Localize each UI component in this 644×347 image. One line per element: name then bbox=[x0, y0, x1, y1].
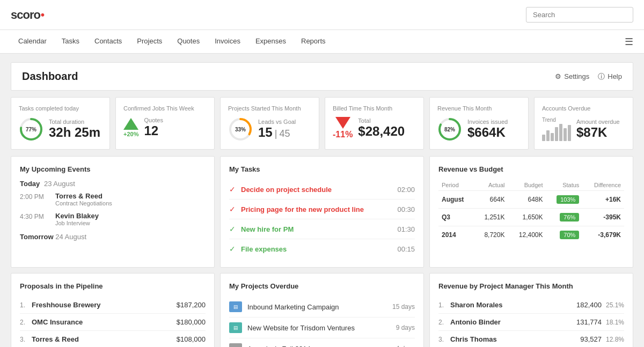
rvb-row-0: August 664K 648K 103% +16K bbox=[438, 191, 624, 209]
top-bar: scoro⦁ bbox=[0, 0, 644, 30]
nav-contacts[interactable]: Contacts bbox=[87, 30, 129, 54]
rvb-table: Period Actual Budget Status Difference A… bbox=[438, 180, 624, 243]
projects-progress-circle: 33% bbox=[228, 117, 253, 142]
page-title: Dashboard bbox=[22, 70, 78, 83]
bar-2 bbox=[546, 130, 550, 141]
rpm-item-1: 2. Antonio Binder 131,774 18.1% bbox=[438, 314, 624, 331]
bar-6 bbox=[564, 128, 567, 141]
nav-invoices[interactable]: Invoices bbox=[207, 30, 248, 54]
bar-1 bbox=[542, 135, 545, 141]
pipeline-item-1: 2. OMC Insurance $180,000 bbox=[20, 314, 206, 331]
rpm-item-0: 1. Sharon Morales 182,400 25.1% bbox=[438, 297, 624, 314]
rpm-item-2: 3. Chris Thomas 93,527 12.8% bbox=[438, 331, 624, 347]
nav-tasks[interactable]: Tasks bbox=[54, 30, 87, 54]
stat-cards-row: Tasks completed today 77% Total duration… bbox=[11, 97, 633, 150]
status-badge-2: 70% bbox=[560, 231, 579, 239]
revenue-vs-budget-panel: Revenue vs Budget Period Actual Budget S… bbox=[429, 156, 633, 268]
pipeline-item-2: 3. Torres & Reed $108,000 bbox=[20, 331, 206, 347]
revenue-progress-circle: 82% bbox=[437, 117, 462, 142]
projects-overdue-panel: My Projects Overdue ▤ Inbound Marketing … bbox=[220, 273, 424, 347]
settings-button[interactable]: ⚙ Settings bbox=[555, 72, 589, 80]
bar-4 bbox=[555, 127, 558, 141]
pipeline-item-0: 1. Freshhouse Brewery $187,200 bbox=[20, 297, 206, 314]
gear-icon: ⚙ bbox=[555, 72, 561, 80]
help-button[interactable]: ⓘ Help bbox=[598, 72, 622, 82]
nav-calendar[interactable]: Calendar bbox=[11, 30, 54, 54]
arrow-down-icon bbox=[335, 117, 350, 129]
nav-reports[interactable]: Reports bbox=[294, 30, 333, 54]
overdue-item-2: ▤ Appraisals Fall 2014 4 days bbox=[229, 338, 415, 347]
task-item-3: ✓ File expenses 00:15 bbox=[229, 239, 415, 259]
check-icon-overdue: ✓ bbox=[229, 185, 236, 194]
main-grid: My Upcoming Events Today 23 August 2:00 … bbox=[11, 156, 633, 347]
overdue-icon-0: ▤ bbox=[229, 301, 242, 312]
hamburger-menu[interactable]: ☰ bbox=[625, 36, 633, 48]
task-item-2: ✓ New hire for PM 01:30 bbox=[229, 219, 415, 239]
tomorrow-row: Tomorrow 24 August bbox=[20, 233, 206, 241]
stat-revenue: Revenue This Month 82% Invoices issued $… bbox=[429, 97, 529, 150]
event-item-1: 4:30 PM Kevin Blakey Job Interview bbox=[20, 212, 206, 226]
arrow-up-icon bbox=[123, 118, 138, 130]
overdue-item-0: ▤ Inbound Marketing Campaign 15 days bbox=[229, 297, 415, 318]
col-diff: Difference bbox=[582, 180, 624, 191]
revenue-by-pm-panel: Revenue by Project Manager This Month 1.… bbox=[429, 273, 633, 347]
nav-quotes[interactable]: Quotes bbox=[170, 30, 207, 54]
stat-billed-time: Billed Time This Month -11% Total $28,42… bbox=[325, 97, 424, 150]
col-budget: Budget bbox=[508, 180, 546, 191]
stat-tasks-title: Tasks completed today bbox=[19, 105, 102, 112]
logo-text: scoro bbox=[11, 8, 40, 22]
pipeline-panel: Proposals in the Pipeline 1. Freshhouse … bbox=[11, 273, 215, 347]
col-status: Status bbox=[546, 180, 583, 191]
task-item-0: ✓ Decide on project schedule 02:00 bbox=[229, 180, 415, 200]
col-actual: Actual bbox=[474, 180, 508, 191]
nav-projects[interactable]: Projects bbox=[129, 30, 170, 54]
help-icon: ⓘ bbox=[598, 72, 605, 82]
tasks-progress-circle: 77% bbox=[19, 117, 43, 142]
overdue-icon-2: ▤ bbox=[229, 343, 242, 347]
event-item-0: 2:00 PM Torres & Reed Contract Negotiati… bbox=[20, 192, 206, 206]
bar-7 bbox=[568, 125, 571, 141]
mini-bar-chart bbox=[542, 124, 571, 141]
upcoming-events-panel: My Upcoming Events Today 23 August 2:00 … bbox=[11, 156, 215, 268]
rvb-row-2: 2014 8,720K 12,400K 70% -3,679K bbox=[438, 226, 624, 244]
overdue-item-1: ▤ New Website for Trisdom Ventures 9 day… bbox=[229, 318, 415, 338]
status-badge-1: 76% bbox=[560, 213, 579, 222]
stat-projects-started: Projects Started This Month 33% Leads vs… bbox=[220, 97, 319, 150]
check-icon-done-2: ✓ bbox=[229, 245, 236, 253]
bar-5 bbox=[559, 124, 562, 141]
check-icon-done: ✓ bbox=[229, 225, 236, 233]
page-actions: ⚙ Settings ⓘ Help bbox=[555, 72, 622, 82]
bar-3 bbox=[551, 133, 554, 141]
stat-accounts-overdue: Accounts Overdue Trend Amount ove bbox=[534, 97, 633, 150]
nav-bar: Calendar Tasks Contacts Projects Quotes … bbox=[0, 30, 644, 54]
page-header: Dashboard ⚙ Settings ⓘ Help bbox=[11, 62, 633, 91]
logo: scoro⦁ bbox=[11, 8, 45, 22]
overdue-icon-1: ▤ bbox=[229, 322, 242, 333]
rvb-row-1: Q3 1,251K 1,650K 76% -395K bbox=[438, 209, 624, 226]
my-tasks-panel: My Tasks ✓ Decide on project schedule 02… bbox=[220, 156, 424, 268]
stat-tasks-completed: Tasks completed today 77% Total duration… bbox=[11, 97, 110, 150]
check-icon-overdue-2: ✓ bbox=[229, 205, 236, 213]
stat-confirmed-jobs: Confirmed Jobs This Week +20% Quotes 12 bbox=[115, 97, 215, 150]
search-input[interactable] bbox=[526, 7, 633, 23]
trend-bars: Trend bbox=[542, 117, 571, 141]
today-label-row: Today 23 August bbox=[20, 180, 206, 188]
task-item-1: ✓ Pricing page for the new product line … bbox=[229, 200, 415, 219]
page: Dashboard ⚙ Settings ⓘ Help Tasks comple… bbox=[0, 54, 644, 347]
col-period: Period bbox=[438, 180, 474, 191]
status-badge-0: 103% bbox=[557, 195, 579, 204]
nav-expenses[interactable]: Expenses bbox=[248, 30, 294, 54]
